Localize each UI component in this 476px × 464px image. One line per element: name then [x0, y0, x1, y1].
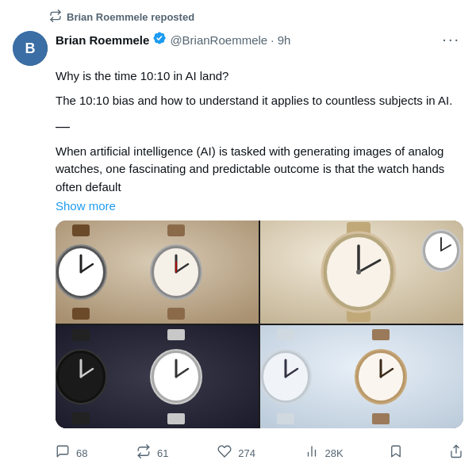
svg-rect-42 — [277, 329, 294, 340]
repost-count: 61 — [157, 447, 168, 459]
like-action[interactable]: 274 — [214, 441, 255, 464]
repost-label: Brian Roemmele reposted — [67, 11, 194, 23]
avatar[interactable]: B — [13, 31, 48, 66]
views-action[interactable]: 28K — [301, 441, 344, 464]
svg-rect-49 — [372, 413, 390, 424]
svg-rect-24 — [167, 413, 185, 424]
name-row: Brian Roemmele @BrianRoemmele · 9h — [56, 31, 431, 48]
svg-rect-17 — [72, 329, 90, 341]
watch-image-2[interactable] — [260, 220, 463, 324]
repost-icon — [49, 10, 62, 25]
verified-badge — [152, 31, 167, 48]
like-count: 274 — [238, 447, 255, 459]
reply-icon — [52, 441, 73, 464]
repost-action-icon — [133, 441, 154, 464]
handle-time: @BrianRoemmele · 9h — [170, 33, 290, 47]
svg-point-36 — [356, 270, 361, 274]
svg-rect-9 — [167, 224, 185, 236]
time-ago: 9h — [278, 33, 291, 47]
show-more-link[interactable]: Show more — [56, 199, 463, 213]
watch-image-1[interactable] — [56, 220, 259, 324]
repost-bar: Brian Roemmele reposted — [49, 10, 463, 25]
views-count: 28K — [325, 447, 344, 459]
views-icon — [301, 441, 322, 464]
reply-count: 68 — [76, 447, 87, 459]
grid-right — [260, 220, 463, 428]
share-action[interactable] — [449, 444, 463, 462]
post-body-2: When artificial intelligence (AI) is tas… — [56, 143, 463, 197]
image-grid — [56, 220, 463, 428]
display-name[interactable]: Brian Roemmele — [56, 33, 149, 47]
divider-line: — — [56, 118, 463, 135]
svg-text:B: B — [25, 40, 36, 56]
post-content: Why is the time 10:10 in AI land? The 10… — [56, 69, 463, 464]
like-icon — [214, 441, 235, 464]
svg-rect-48 — [372, 329, 390, 340]
action-bar: 68 61 274 — [52, 438, 463, 464]
repost-action[interactable]: 61 — [133, 441, 168, 464]
share-icon — [449, 444, 463, 462]
post-title: Why is the time 10:10 in AI land? — [56, 69, 463, 82]
bookmark-icon — [389, 444, 403, 462]
reply-action[interactable]: 68 — [52, 441, 87, 464]
svg-rect-10 — [167, 308, 185, 320]
post-container: Brian Roemmele reposted B Brian Roemmele… — [0, 0, 476, 464]
bookmark-action[interactable] — [389, 444, 403, 462]
svg-rect-23 — [167, 329, 185, 340]
header-info: Brian Roemmele @BrianRoemmele · 9h — [56, 31, 431, 48]
post-body-1: The 10:10 bias and how to understand it … — [56, 92, 463, 110]
more-options-button[interactable]: ··· — [439, 31, 463, 47]
svg-rect-4 — [72, 308, 90, 320]
svg-rect-3 — [72, 224, 90, 236]
svg-rect-18 — [72, 412, 90, 424]
handle[interactable]: @BrianRoemmele — [170, 33, 267, 47]
watch-image-3[interactable] — [56, 325, 259, 428]
post-header: B Brian Roemmele @BrianRoemmele · 9h ··· — [13, 31, 463, 66]
svg-rect-43 — [277, 413, 294, 424]
grid-left — [56, 220, 259, 428]
watch-image-4[interactable] — [260, 325, 463, 428]
